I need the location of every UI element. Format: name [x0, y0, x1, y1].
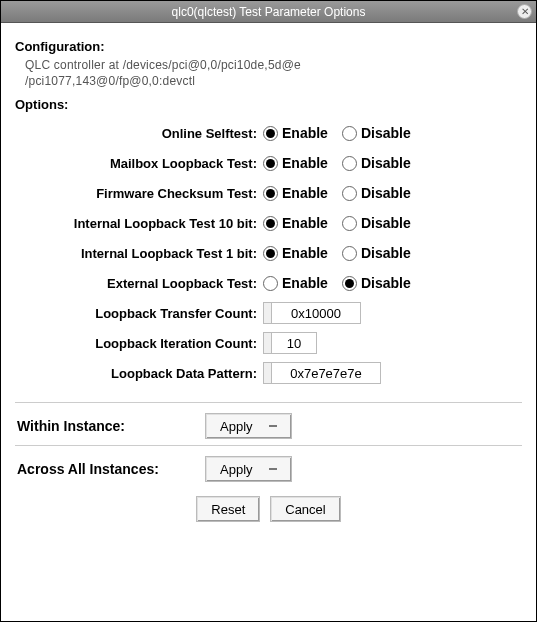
across-instances-label: Across All Instances:: [15, 461, 205, 477]
external-loopback-label: External Loopback Test:: [15, 276, 263, 291]
firmware-checksum-row: Firmware Checksum Test:EnableDisable: [15, 178, 522, 208]
menu-mark-icon: [269, 425, 277, 427]
disable-text: Disable: [361, 215, 411, 231]
radio-dot-icon: [342, 126, 357, 141]
internal-loop-10-label: Internal Loopback Test 10 bit:: [15, 216, 263, 231]
enable-text: Enable: [282, 125, 328, 141]
across-instances-row: Across All Instances: Apply: [15, 456, 522, 482]
transfer-count-row: Loopback Transfer Count:: [15, 298, 522, 328]
external-loopback-disable-radio[interactable]: Disable: [342, 275, 411, 291]
radio-dot-icon: [263, 246, 278, 261]
window-title: qlc0(qlctest) Test Parameter Options: [172, 5, 366, 19]
radio-dot-icon: [263, 186, 278, 201]
radio-dot-icon: [263, 126, 278, 141]
dialog-window: qlc0(qlctest) Test Parameter Options ✕ C…: [0, 0, 537, 622]
data-pattern-row: Loopback Data Pattern:: [15, 358, 522, 388]
enable-text: Enable: [282, 275, 328, 291]
iteration-count-label: Loopback Iteration Count:: [15, 336, 263, 351]
data-pattern-label: Loopback Data Pattern:: [15, 366, 263, 381]
radio-dot-icon: [342, 216, 357, 231]
options-list: Online Selftest:EnableDisableMailbox Loo…: [15, 118, 522, 388]
internal-loop-1-row: Internal Loopback Test 1 bit:EnableDisab…: [15, 238, 522, 268]
enable-text: Enable: [282, 155, 328, 171]
separator: [15, 402, 522, 403]
data-pattern-input[interactable]: [271, 362, 381, 384]
online-selftest-disable-radio[interactable]: Disable: [342, 125, 411, 141]
within-instance-row: Within Instance: Apply: [15, 413, 522, 439]
data-pattern-field-wrap: [263, 362, 381, 384]
disable-text: Disable: [361, 155, 411, 171]
apply-within-label: Apply: [220, 419, 253, 434]
online-selftest-enable-radio[interactable]: Enable: [263, 125, 328, 141]
apply-across-button[interactable]: Apply: [205, 456, 292, 482]
transfer-count-label: Loopback Transfer Count:: [15, 306, 263, 321]
mailbox-loopback-enable-radio[interactable]: Enable: [263, 155, 328, 171]
disable-text: Disable: [361, 245, 411, 261]
mailbox-loopback-radio-group: EnableDisable: [263, 155, 411, 171]
firmware-checksum-label: Firmware Checksum Test:: [15, 186, 263, 201]
online-selftest-row: Online Selftest:EnableDisable: [15, 118, 522, 148]
field-grip-icon: [263, 302, 271, 324]
radio-dot-icon: [263, 276, 278, 291]
options-heading: Options:: [15, 97, 522, 112]
disable-text: Disable: [361, 125, 411, 141]
separator: [15, 445, 522, 446]
internal-loop-10-enable-radio[interactable]: Enable: [263, 215, 328, 231]
iteration-count-field-wrap: [263, 332, 317, 354]
mailbox-loopback-disable-radio[interactable]: Disable: [342, 155, 411, 171]
external-loopback-radio-group: EnableDisable: [263, 275, 411, 291]
radio-dot-icon: [342, 186, 357, 201]
within-instance-label: Within Instance:: [15, 418, 205, 434]
titlebar: qlc0(qlctest) Test Parameter Options ✕: [1, 1, 536, 23]
internal-loop-1-disable-radio[interactable]: Disable: [342, 245, 411, 261]
mailbox-loopback-label: Mailbox Loopback Test:: [15, 156, 263, 171]
internal-loop-1-label: Internal Loopback Test 1 bit:: [15, 246, 263, 261]
disable-text: Disable: [361, 275, 411, 291]
radio-dot-icon: [342, 276, 357, 291]
firmware-checksum-radio-group: EnableDisable: [263, 185, 411, 201]
internal-loop-1-radio-group: EnableDisable: [263, 245, 411, 261]
radio-dot-icon: [263, 216, 278, 231]
close-icon[interactable]: ✕: [517, 4, 532, 19]
enable-text: Enable: [282, 245, 328, 261]
online-selftest-radio-group: EnableDisable: [263, 125, 411, 141]
internal-loop-10-row: Internal Loopback Test 10 bit:EnableDisa…: [15, 208, 522, 238]
configuration-line2: /pci1077,143@0/fp@0,0:devctl: [25, 74, 522, 90]
reset-button[interactable]: Reset: [196, 496, 260, 522]
cancel-button[interactable]: Cancel: [270, 496, 340, 522]
internal-loop-10-radio-group: EnableDisable: [263, 215, 411, 231]
iteration-count-input[interactable]: [271, 332, 317, 354]
radio-dot-icon: [342, 156, 357, 171]
external-loopback-row: External Loopback Test:EnableDisable: [15, 268, 522, 298]
content-area: Configuration: QLC controller at /device…: [1, 23, 536, 621]
apply-within-button[interactable]: Apply: [205, 413, 292, 439]
cancel-button-label: Cancel: [285, 502, 325, 517]
bottom-button-row: Reset Cancel: [15, 496, 522, 522]
online-selftest-label: Online Selftest:: [15, 126, 263, 141]
firmware-checksum-disable-radio[interactable]: Disable: [342, 185, 411, 201]
radio-dot-icon: [263, 156, 278, 171]
configuration-line1: QLC controller at /devices/pci@0,0/pci10…: [25, 58, 522, 74]
internal-loop-1-enable-radio[interactable]: Enable: [263, 245, 328, 261]
enable-text: Enable: [282, 185, 328, 201]
transfer-count-field-wrap: [263, 302, 361, 324]
external-loopback-enable-radio[interactable]: Enable: [263, 275, 328, 291]
reset-button-label: Reset: [211, 502, 245, 517]
configuration-heading: Configuration:: [15, 39, 522, 54]
field-grip-icon: [263, 362, 271, 384]
radio-dot-icon: [342, 246, 357, 261]
mailbox-loopback-row: Mailbox Loopback Test:EnableDisable: [15, 148, 522, 178]
apply-across-label: Apply: [220, 462, 253, 477]
menu-mark-icon: [269, 468, 277, 470]
iteration-count-row: Loopback Iteration Count:: [15, 328, 522, 358]
disable-text: Disable: [361, 185, 411, 201]
configuration-text: QLC controller at /devices/pci@0,0/pci10…: [25, 58, 522, 89]
transfer-count-input[interactable]: [271, 302, 361, 324]
enable-text: Enable: [282, 215, 328, 231]
internal-loop-10-disable-radio[interactable]: Disable: [342, 215, 411, 231]
firmware-checksum-enable-radio[interactable]: Enable: [263, 185, 328, 201]
field-grip-icon: [263, 332, 271, 354]
